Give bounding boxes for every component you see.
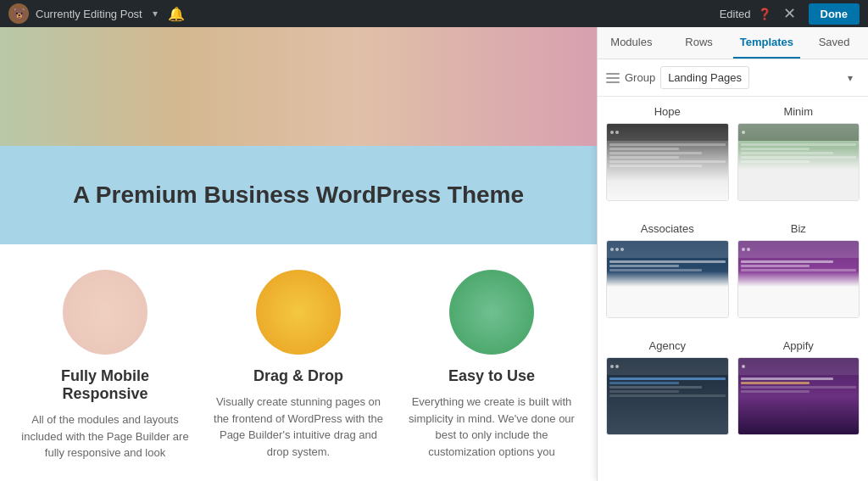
features-section: Fully Mobile Responsive All of the modul… (0, 244, 597, 481)
tab-templates[interactable]: Templates (733, 27, 801, 59)
template-appify-label: Appify (737, 339, 860, 352)
top-bar-right: Edited ❓ ✕ Done (720, 2, 860, 25)
main-layout: A Premium Business WordPress Theme Fully… (0, 27, 868, 481)
template-biz-label: Biz (737, 222, 860, 235)
template-appify-card[interactable] (737, 357, 860, 435)
hero-image-inner (0, 27, 597, 146)
site-logo: 🐻 (8, 3, 29, 24)
banner-title: A Premium Business WordPress Theme (17, 180, 580, 210)
feature-title-0: Fully Mobile Responsive (17, 367, 193, 403)
tab-rows[interactable]: Rows (665, 27, 733, 59)
feature-image-drag (256, 270, 341, 355)
template-associates-section: Associates (606, 222, 729, 318)
template-agency-card[interactable] (606, 357, 729, 435)
feature-title-1: Drag & Drop (210, 367, 387, 385)
feature-text-2: Everything we create is built with simpl… (403, 394, 580, 460)
feature-item-1: Drag & Drop Visually create stunning pag… (210, 270, 387, 461)
template-agency-section: Agency (606, 339, 729, 435)
feature-text-0: All of the modules and layouts included … (17, 411, 193, 461)
template-hope-label: Hope (606, 105, 729, 118)
feature-item-2: Easy to Use Everything we create is buil… (403, 270, 580, 461)
template-row-3: Agency (606, 339, 860, 448)
template-hope-thumb (607, 124, 728, 200)
feature-title-2: Easy to Use (403, 367, 580, 385)
tab-modules[interactable]: Modules (598, 27, 665, 59)
template-appify-thumb (738, 358, 860, 434)
template-biz-section: Biz (737, 222, 860, 318)
feature-image-easy (449, 270, 534, 355)
template-hope-card[interactable] (606, 123, 729, 201)
blue-banner: A Premium Business WordPress Theme (0, 146, 597, 244)
template-agency-thumb (607, 358, 728, 434)
editing-title: Currently Editing Post (36, 8, 142, 20)
template-row-1: Hope (606, 105, 860, 214)
panel-tabs: Modules Rows Templates Saved (598, 27, 868, 59)
template-minim-label: Minim (737, 105, 860, 118)
grid-view-icon[interactable] (606, 73, 620, 83)
edited-status: Edited (720, 8, 751, 20)
group-label: Group (625, 71, 655, 84)
chevron-down-icon[interactable]: ▾ (149, 8, 161, 20)
page-content-area: A Premium Business WordPress Theme Fully… (0, 27, 597, 481)
panel-toolbar: Group Landing Pages Business Portfolio B… (598, 59, 868, 97)
template-hope-section: Hope (606, 105, 729, 201)
template-associates-label: Associates (606, 222, 729, 235)
feature-text-1: Visually create stunning pages on the fr… (210, 394, 387, 460)
feature-item-0: Fully Mobile Responsive All of the modul… (17, 270, 193, 461)
template-minim-thumb (738, 124, 860, 200)
group-select[interactable]: Landing Pages Business Portfolio Blog (660, 66, 749, 89)
done-button[interactable]: Done (809, 3, 860, 25)
features-grid: Fully Mobile Responsive All of the modul… (17, 270, 580, 461)
notification-bell-icon[interactable]: 🔔 (168, 6, 185, 22)
template-associates-thumb (607, 241, 728, 317)
template-row-2: Associates (606, 222, 860, 331)
template-minim-card[interactable] (737, 123, 860, 201)
template-minim-section: Minim (737, 105, 860, 201)
template-biz-card[interactable] (737, 240, 860, 318)
tab-saved[interactable]: Saved (800, 27, 868, 59)
top-bar-left: 🐻 Currently Editing Post ▾ 🔔 (8, 3, 185, 24)
top-bar: 🐻 Currently Editing Post ▾ 🔔 Edited ❓ ✕ … (0, 0, 868, 27)
template-associates-card[interactable] (606, 240, 729, 318)
group-select-wrapper: Landing Pages Business Portfolio Blog (660, 66, 860, 89)
help-icon[interactable]: ❓ (758, 8, 771, 20)
template-appify-section: Appify (737, 339, 860, 435)
feature-image-responsive (63, 270, 147, 355)
hero-image (0, 27, 597, 146)
sidebar-panel: Modules Rows Templates Saved Group Landi… (597, 27, 868, 481)
template-agency-label: Agency (606, 339, 729, 352)
templates-grid: Hope (598, 97, 868, 481)
close-button[interactable]: ✕ (778, 2, 802, 25)
template-biz-thumb (738, 241, 860, 317)
